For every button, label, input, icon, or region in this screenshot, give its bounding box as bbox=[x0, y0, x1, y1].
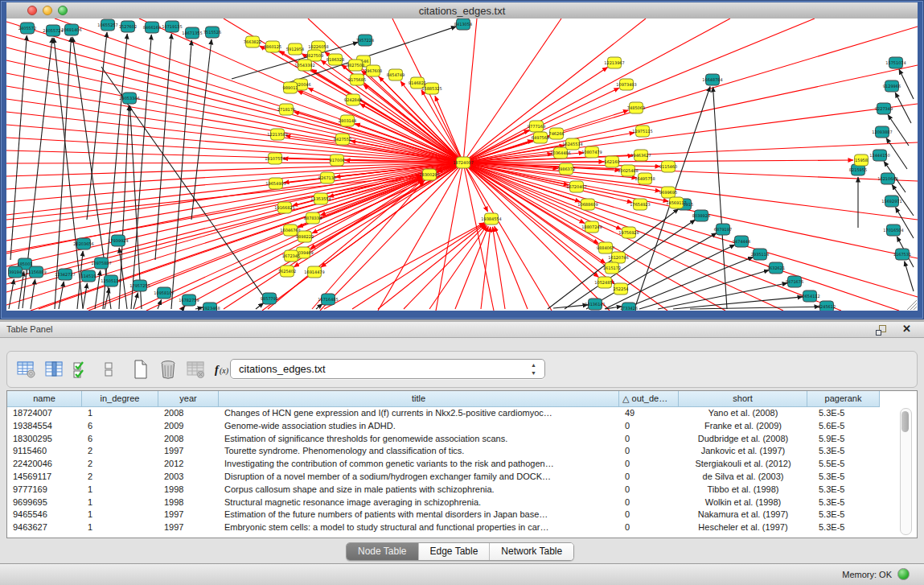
table-cell[interactable]: Disruption of a novel member of a sodium… bbox=[219, 471, 619, 484]
table-cell[interactable]: Corpus callosum shape and size in male p… bbox=[219, 484, 619, 496]
table-cell[interactable]: 1 bbox=[82, 407, 158, 420]
table-row[interactable]: 1456911722003Disruption of a novel membe… bbox=[7, 471, 917, 484]
network-node[interactable]: 16210643 bbox=[877, 173, 897, 184]
network-node[interactable]: 252254 bbox=[613, 283, 628, 295]
delete-table-button[interactable] bbox=[184, 357, 207, 381]
network-node[interactable]: 746266 bbox=[548, 128, 564, 139]
table-cell[interactable]: Tibbo et al. (1998) bbox=[679, 484, 807, 496]
network-node[interactable]: 2803144 bbox=[339, 115, 356, 126]
network-node[interactable]: 8186328 bbox=[326, 54, 344, 65]
table-selector[interactable]: citations_edges.txt ▲▼ bbox=[230, 359, 545, 379]
table-cell[interactable]: 22420046 bbox=[7, 458, 82, 471]
column-header-pagerank[interactable]: pagerank bbox=[807, 391, 880, 407]
table-row[interactable]: 977716911998Corpus callosum shape and si… bbox=[7, 484, 917, 496]
table-row[interactable]: 969969511998Structural magnetic resonanc… bbox=[7, 496, 917, 509]
table-cell[interactable]: 6 bbox=[82, 433, 158, 446]
network-node[interactable]: 17939924 bbox=[108, 235, 128, 246]
table-cell[interactable]: 1997 bbox=[158, 521, 219, 534]
table-cell[interactable]: 1 bbox=[82, 509, 158, 521]
table-cell[interactable]: Tourette syndrome. Phenomenology and cla… bbox=[219, 445, 619, 458]
table-cell[interactable]: 9115460 bbox=[7, 445, 82, 458]
table-cell[interactable]: 0 bbox=[619, 521, 679, 534]
network-node[interactable]: 7663822 bbox=[244, 36, 261, 47]
table-cell[interactable]: 5.9E-5 bbox=[807, 433, 880, 446]
table-cell[interactable]: 0 bbox=[619, 420, 679, 433]
table-row[interactable]: 1872400712008Changes of HCN gene express… bbox=[7, 407, 917, 420]
network-node[interactable]: 1527602 bbox=[119, 21, 137, 32]
network-node[interactable]: 9860125 bbox=[264, 41, 281, 52]
table-cell[interactable]: Changes of HCN gene expression and I(f) … bbox=[219, 407, 619, 420]
network-node[interactable]: 16648784 bbox=[702, 74, 722, 85]
network-node[interactable]: 8038924 bbox=[692, 210, 710, 221]
table-cell[interactable]: 5.3E-5 bbox=[807, 407, 880, 420]
table-cell[interactable]: 9699695 bbox=[7, 496, 82, 509]
network-node[interactable]: 9884067 bbox=[597, 242, 614, 253]
table-scrollbar[interactable] bbox=[900, 408, 912, 535]
table-cell[interactable]: 5.3E-5 bbox=[807, 445, 880, 458]
network-node[interactable]: 11353554 bbox=[310, 193, 331, 204]
network-node[interactable]: 8454749 bbox=[387, 69, 405, 80]
network-node[interactable]: 9827508 bbox=[347, 60, 364, 71]
table-mode-button[interactable] bbox=[15, 357, 38, 381]
network-node[interactable]: 24055724 bbox=[43, 25, 63, 36]
canvas-resize-grip[interactable] bbox=[907, 300, 917, 310]
table-cell[interactable]: 2012 bbox=[158, 458, 219, 471]
table-cell[interactable]: 2003 bbox=[158, 471, 219, 484]
table-cell[interactable]: 2 bbox=[82, 471, 158, 484]
table-cell[interactable]: Stergiakouli et al. (2012) bbox=[679, 458, 807, 471]
table-cell[interactable]: 1 bbox=[82, 496, 158, 509]
network-node[interactable]: 1615172 bbox=[603, 262, 621, 274]
network-node[interactable]: 114519 bbox=[80, 270, 96, 282]
network-node[interactable]: 8427552 bbox=[334, 134, 351, 145]
table-cell[interactable]: Estimation of the future numbers of pati… bbox=[219, 509, 619, 521]
column-header-out_de[interactable]: △ out_de… bbox=[619, 391, 679, 407]
column-header-short[interactable]: short bbox=[679, 391, 807, 407]
network-node[interactable]: 20691406 bbox=[61, 24, 81, 35]
table-cell[interactable]: 5.3E-5 bbox=[807, 496, 880, 509]
tab-node-table[interactable]: Node Table bbox=[347, 543, 419, 560]
table-cell[interactable]: 19384554 bbox=[7, 420, 82, 433]
network-node[interactable]: 7632621 bbox=[767, 262, 785, 274]
network-node[interactable]: 5912954 bbox=[286, 43, 304, 55]
network-node[interactable]: 12444150 bbox=[869, 150, 889, 161]
table-cell[interactable]: 0 bbox=[619, 433, 679, 446]
table-row[interactable]: 1830029562008Estimation of significance … bbox=[7, 433, 917, 446]
table-cell[interactable]: 14569117 bbox=[7, 471, 82, 484]
network-node[interactable]: 17654923 bbox=[630, 199, 650, 210]
delete-column-button[interactable] bbox=[157, 357, 179, 381]
table-cell[interactable]: 9777169 bbox=[7, 484, 82, 496]
table-cell[interactable]: Nakamura et al. (1997) bbox=[679, 509, 807, 521]
float-panel-button[interactable] bbox=[876, 324, 887, 335]
table-cell[interactable]: de Silva et al. (2003) bbox=[679, 471, 807, 484]
table-scrollbar-thumb[interactable] bbox=[901, 411, 909, 432]
column-header-title[interactable]: title bbox=[219, 391, 619, 407]
network-node[interactable]: 7625402 bbox=[278, 266, 296, 277]
table-cell[interactable]: 5.6E-5 bbox=[807, 420, 880, 433]
network-node[interactable]: 8267130 bbox=[318, 172, 336, 183]
network-node[interactable]: 7957224 bbox=[356, 35, 374, 46]
network-node[interactable]: 10025488 bbox=[618, 165, 638, 176]
network-node[interactable]: 10719135 bbox=[162, 21, 182, 32]
table-row[interactable]: 1938455462009Genome-wide association stu… bbox=[7, 420, 917, 433]
network-node[interactable]: 9175685 bbox=[348, 74, 366, 85]
network-node[interactable]: 19463627 bbox=[630, 150, 651, 161]
table-cell[interactable]: 1 bbox=[82, 484, 158, 496]
show-columns-button[interactable] bbox=[43, 357, 65, 381]
table-cell[interactable]: 1998 bbox=[158, 484, 219, 496]
table-cell[interactable]: 2 bbox=[82, 458, 158, 471]
tab-edge-table[interactable]: Edge Table bbox=[419, 543, 491, 560]
network-node[interactable]: 6497568 bbox=[532, 132, 549, 143]
network-node[interactable]: 10655257 bbox=[97, 19, 117, 31]
table-row[interactable]: 946554611997Estimation of the future num… bbox=[7, 509, 917, 521]
network-node[interactable]: 2718176 bbox=[277, 104, 295, 115]
network-node[interactable]: 39194 bbox=[9, 266, 23, 278]
table-cell[interactable]: 9463627 bbox=[7, 521, 82, 534]
network-window-titlebar[interactable]: citations_edges.txt bbox=[6, 2, 918, 19]
network-node[interactable]: 12505115 bbox=[101, 275, 121, 286]
table-row[interactable]: 2242004622012Investigating the contribut… bbox=[7, 458, 917, 471]
table-cell[interactable]: 5.3E-5 bbox=[807, 521, 880, 534]
network-canvas[interactable]: 2405572240557242069140610655257152760284… bbox=[6, 19, 918, 311]
create-column-button[interactable] bbox=[129, 357, 152, 381]
network-node[interactable]: 1672345 bbox=[282, 250, 300, 262]
network-node[interactable]: 417006 bbox=[329, 154, 344, 166]
